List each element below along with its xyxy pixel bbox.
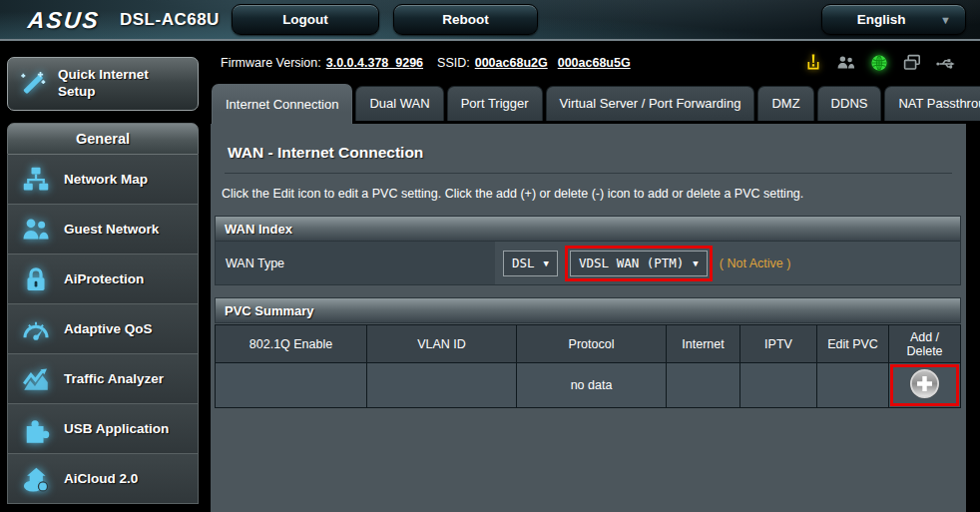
sidebar-item-adaptive-qos[interactable]: Adaptive QoS xyxy=(7,304,199,354)
sidebar-item-label: Quick Internet Setup xyxy=(58,67,178,101)
chevron-down-icon: ▼ xyxy=(940,14,951,26)
cell-8021q-enable xyxy=(216,363,367,408)
sidebar-item-label: Adaptive QoS xyxy=(64,321,153,336)
clients-icon[interactable] xyxy=(836,53,856,73)
usb-icon[interactable] xyxy=(935,53,956,73)
ssid-label: SSID: xyxy=(437,56,470,70)
notification-icon[interactable] xyxy=(803,53,823,73)
cloud-home-icon xyxy=(21,464,51,494)
pvc-summary-header: PVC Summary xyxy=(215,297,961,323)
sidebar-item-label: AiProtection xyxy=(64,271,144,286)
sidebar-item-aiprotection[interactable]: AiProtection xyxy=(7,255,199,304)
internet-globe-icon[interactable] xyxy=(869,53,889,73)
col-internet: Internet xyxy=(667,325,740,363)
sidebar-item-label: Network Map xyxy=(64,172,148,187)
wan-type-dsl-value: DSL xyxy=(512,256,535,270)
tab-port-trigger[interactable]: Port Trigger xyxy=(447,86,543,121)
tab-internet-connection[interactable]: Internet Connection xyxy=(212,84,352,124)
add-pvc-button[interactable] xyxy=(909,368,940,399)
traffic-chart-icon xyxy=(21,364,51,394)
col-add-delete: Add / Delete xyxy=(889,325,961,363)
logout-button[interactable]: Logout xyxy=(232,4,379,35)
reboot-button[interactable]: Reboot xyxy=(393,4,538,35)
sidebar-item-traffic-analyzer[interactable]: Traffic Analyzer xyxy=(7,354,199,404)
sidebar: Quick Internet Setup General Network Map… xyxy=(0,43,210,512)
sidebar-general-group: General Network Map Guest Network xyxy=(7,123,199,504)
col-8021q-enable: 802.1Q Enable xyxy=(216,325,367,363)
plus-circle-icon xyxy=(909,368,940,399)
sidebar-section-header: General xyxy=(7,123,199,155)
infobar: Firmware Version: 3.0.0.4.378_9296 SSID:… xyxy=(211,43,966,82)
wan-index-header: WAN Index xyxy=(215,216,961,242)
sidebar-item-guest-network[interactable]: Guest Network xyxy=(7,205,199,255)
firmware-label: Firmware Version: xyxy=(221,56,321,70)
asus-logo: ASUS xyxy=(27,7,102,34)
pvc-summary-table: 802.1Q Enable VLAN ID Protocol Internet … xyxy=(215,324,961,408)
wan-type-dsl-select[interactable]: DSL ▼ xyxy=(503,251,558,276)
ssid-5g-link[interactable]: 000ac68u5G xyxy=(558,56,631,70)
main-column: Firmware Version: 3.0.0.4.378_9296 SSID:… xyxy=(211,43,966,512)
tab-dual-wan[interactable]: Dual WAN xyxy=(355,86,443,121)
network-map-icon xyxy=(21,165,51,195)
cell-iptv xyxy=(740,363,817,408)
pvc-summary-section: PVC Summary 802.1Q Enable VLAN ID Protoc… xyxy=(215,297,961,408)
language-label: English xyxy=(822,12,940,27)
puzzle-piece-icon xyxy=(21,414,51,444)
table-row: no data xyxy=(216,363,961,408)
chevron-down-icon: ▼ xyxy=(693,258,698,268)
col-iptv: IPTV xyxy=(740,325,817,363)
highlight-red-box: VDSL WAN (PTM) ▼ xyxy=(565,246,713,281)
status-icon-row xyxy=(803,53,966,73)
col-protocol: Protocol xyxy=(517,325,667,363)
col-edit-pvc: Edit PVC xyxy=(817,325,889,363)
cell-vlan-id xyxy=(367,363,517,408)
wan-index-section: WAN Index WAN Type DSL ▼ VDSL WAN (PTM) … xyxy=(215,216,961,285)
lock-icon xyxy=(21,264,51,294)
sidebar-item-label: AiCloud 2.0 xyxy=(64,471,138,486)
sidebar-item-usb-application[interactable]: USB Application xyxy=(7,404,199,454)
tab-bar: Internet Connection Dual WAN Port Trigge… xyxy=(211,82,966,124)
wan-type-mode-select[interactable]: VDSL WAN (PTM) ▼ xyxy=(570,251,708,276)
sidebar-item-label: Traffic Analyzer xyxy=(64,371,164,386)
tab-dmz[interactable]: DMZ xyxy=(757,86,813,121)
cell-protocol: no data xyxy=(517,363,667,408)
magic-wand-icon xyxy=(18,69,48,99)
cell-internet xyxy=(667,363,740,408)
sidebar-item-label: USB Application xyxy=(64,421,169,436)
chevron-down-icon: ▼ xyxy=(544,258,549,268)
wan-type-label: WAN Type xyxy=(216,242,495,284)
tab-ddns[interactable]: DDNS xyxy=(817,86,882,121)
ssid-2g-link[interactable]: 000ac68u2G xyxy=(475,56,548,70)
tab-virtual-server-port-forwarding[interactable]: Virtual Server / Port Forwarding xyxy=(546,86,755,121)
title-divider xyxy=(225,173,952,174)
sidebar-item-quick-internet-setup[interactable]: Quick Internet Setup xyxy=(7,57,199,111)
wan-status-text: ( Not Active ) xyxy=(720,256,791,270)
page-title: WAN - Internet Connection xyxy=(228,144,948,162)
gauge-icon xyxy=(21,314,51,344)
sidebar-item-label: Guest Network xyxy=(64,222,159,237)
firmware-version-link[interactable]: 3.0.0.4.378_9296 xyxy=(326,56,423,70)
model-name: DSL-AC68U xyxy=(120,10,220,30)
table-header-row: 802.1Q Enable VLAN ID Protocol Internet … xyxy=(216,325,961,363)
screen-mirror-icon[interactable] xyxy=(902,53,922,73)
sidebar-item-network-map[interactable]: Network Map xyxy=(7,155,199,205)
topbar: ASUS DSL-AC68U Logout Reboot English ▼ xyxy=(0,0,980,41)
content-panel: WAN - Internet Connection Click the Edit… xyxy=(211,124,966,512)
language-select[interactable]: English ▼ xyxy=(821,4,966,35)
guest-network-icon xyxy=(21,215,51,245)
page-description: Click the Edit icon to edit a PVC settin… xyxy=(222,187,948,201)
tab-nat-passthrough[interactable]: NAT Passthrough xyxy=(884,86,980,121)
sidebar-item-aicloud[interactable]: AiCloud 2.0 xyxy=(7,454,199,504)
cell-add-delete xyxy=(889,363,961,408)
wan-type-mode-value: VDSL WAN (PTM) xyxy=(579,256,684,270)
wan-type-value-cell: DSL ▼ VDSL WAN (PTM) ▼ ( Not Active ) xyxy=(495,242,960,284)
col-vlan-id: VLAN ID xyxy=(367,325,517,363)
wan-type-row: WAN Type DSL ▼ VDSL WAN (PTM) ▼ ( Not Ac… xyxy=(215,242,961,285)
cell-edit-pvc xyxy=(817,363,889,408)
